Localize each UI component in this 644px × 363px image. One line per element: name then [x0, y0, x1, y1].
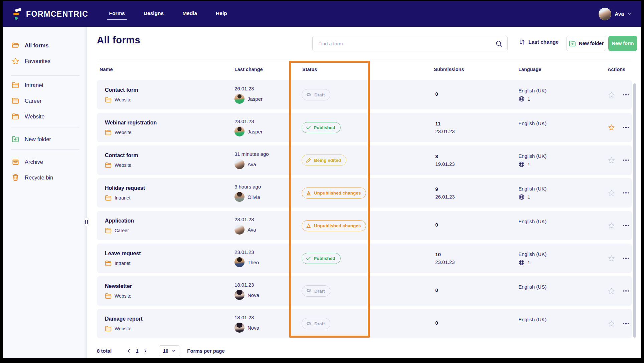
previous-page-button[interactable] — [124, 346, 133, 355]
row-menu-button[interactable] — [623, 288, 630, 294]
sidebar-divider — [11, 75, 79, 76]
folder-tag[interactable]: Website — [105, 162, 232, 168]
table-row[interactable]: Damage report Website 18.01.23 Nova — [97, 309, 632, 338]
top-navigation-bar: FORMCENTRIC Forms Designs Media Help Ava — [3, 1, 641, 27]
favourite-star-button[interactable] — [608, 189, 615, 197]
form-name[interactable]: Application — [105, 218, 232, 224]
language-label: English (UK) — [518, 153, 605, 159]
folder-name: Website — [115, 326, 131, 331]
folder-tag[interactable]: Website — [105, 326, 232, 332]
form-name[interactable]: Contact form — [105, 87, 232, 93]
nav-tab-forms[interactable]: Forms — [108, 8, 125, 20]
status-badge: Draft — [302, 318, 330, 329]
folder-tag[interactable]: Website — [105, 129, 232, 135]
vertical-scrollbar[interactable] — [633, 83, 636, 338]
language-label: English (UK) — [518, 88, 605, 93]
row-menu-button[interactable] — [623, 92, 630, 97]
table-row[interactable]: Newsletter Website 18.01.23 Nova — [97, 276, 632, 306]
search-icon[interactable] — [495, 40, 503, 47]
bulb-icon — [306, 288, 312, 294]
row-menu-button[interactable] — [623, 190, 630, 196]
favourite-star-button[interactable] — [608, 287, 615, 295]
table-row[interactable]: Webinar registration Website 23.01.23 Ja… — [97, 113, 632, 142]
sidebar-item-label: Archive — [25, 159, 43, 165]
new-form-button[interactable]: New form — [608, 36, 637, 51]
form-name[interactable]: Holiday request — [105, 185, 232, 191]
table-row[interactable]: Leave request Intranet 23.01.23 Theo — [97, 244, 632, 273]
row-menu-button[interactable] — [623, 125, 630, 130]
folder-tag[interactable]: Career — [105, 228, 232, 234]
page-title: All forms — [97, 35, 140, 46]
table-row[interactable]: Application Career 23.01.23 Ava — [97, 211, 632, 240]
sidebar-item-recycle-bin[interactable]: Recycle bin — [3, 171, 87, 184]
favourite-star-button[interactable] — [608, 156, 615, 164]
submissions-count: 0 — [435, 91, 516, 97]
search-input[interactable] — [318, 41, 495, 47]
submissions-count: 3 — [435, 153, 516, 159]
next-page-button[interactable] — [141, 346, 150, 355]
current-page-number[interactable]: 1 — [136, 348, 138, 354]
language-label: English (UK) — [518, 317, 605, 322]
table-row[interactable]: Holiday request Intranet 3 hours ago Oli… — [97, 178, 632, 208]
sidebar-item-career[interactable]: Career — [3, 94, 87, 107]
language-label: English (UK) — [518, 120, 605, 126]
per-page-select[interactable]: 10 — [159, 345, 181, 356]
folder-icon — [105, 195, 112, 201]
form-name[interactable]: Contact form — [105, 152, 232, 158]
language-versions: 1 — [518, 259, 605, 266]
editor-name: Theo — [248, 260, 259, 265]
language-version-count: 1 — [527, 194, 530, 200]
row-menu-button[interactable] — [623, 256, 630, 261]
sidebar-item-intranet[interactable]: Intranet — [3, 79, 87, 91]
status-badge: Draft — [302, 89, 330, 100]
folder-tag[interactable]: Intranet — [105, 195, 232, 201]
sidebar-item-archive[interactable]: Archive — [3, 155, 87, 168]
brand-logo[interactable]: FORMCENTRIC — [13, 7, 88, 21]
folder-icon — [105, 129, 112, 135]
form-name[interactable]: Leave request — [105, 251, 232, 257]
column-header-language[interactable]: Language — [516, 67, 605, 72]
table-row[interactable]: Contact form Website 31 minutes ago Ava — [97, 145, 632, 175]
sidebar-item-all-forms[interactable]: All forms — [3, 39, 87, 52]
new-folder-button[interactable]: New folder — [566, 36, 606, 51]
row-menu-button[interactable] — [623, 223, 630, 228]
form-name[interactable]: Webinar registration — [105, 120, 232, 126]
bulb-icon — [306, 92, 312, 97]
sidebar-divider — [11, 149, 79, 150]
editor: Nova — [234, 290, 300, 300]
folder-name: Website — [115, 97, 131, 102]
favourite-star-button[interactable] — [608, 320, 615, 328]
favourite-star-button[interactable] — [608, 222, 615, 230]
column-header-status[interactable]: Status — [300, 67, 431, 72]
favourite-star-button[interactable] — [608, 91, 615, 99]
row-menu-button[interactable] — [623, 321, 630, 326]
table-row[interactable]: Contact form Website 26.01.23 Jasper — [97, 80, 632, 109]
editor-name: Ava — [248, 161, 256, 167]
submissions-count: 0 — [435, 222, 516, 228]
row-menu-button[interactable] — [623, 157, 630, 163]
column-header-name[interactable]: Name — [97, 67, 232, 72]
folder-plus-icon — [11, 136, 19, 142]
nav-tab-media[interactable]: Media — [182, 8, 198, 20]
sidebar-item-label: Website — [25, 113, 44, 120]
sidebar-resize-handle[interactable] — [84, 218, 89, 226]
sort-control[interactable]: Last change — [519, 39, 558, 45]
form-name[interactable]: Newsletter — [105, 283, 232, 289]
sidebar-item-new-folder[interactable]: New folder — [3, 133, 87, 145]
nav-tab-help[interactable]: Help — [215, 8, 228, 20]
form-name[interactable]: Damage report — [105, 316, 232, 322]
editor-avatar — [234, 323, 245, 333]
folder-tag[interactable]: Website — [105, 97, 232, 103]
folder-tag[interactable]: Intranet — [105, 260, 232, 266]
column-header-submissions[interactable]: Submissions — [431, 67, 516, 72]
user-menu[interactable]: Ava — [599, 8, 632, 20]
sidebar-item-favourites[interactable]: Favourites — [3, 55, 87, 67]
folder-name: Intranet — [115, 195, 130, 201]
folder-tag[interactable]: Website — [105, 293, 232, 299]
column-header-last-change[interactable]: Last change — [232, 67, 300, 72]
nav-tab-designs[interactable]: Designs — [143, 8, 164, 20]
globe-icon — [518, 194, 525, 200]
favourite-star-button[interactable] — [608, 124, 615, 131]
sidebar-item-website[interactable]: Website — [3, 110, 87, 123]
favourite-star-button[interactable] — [608, 255, 615, 262]
